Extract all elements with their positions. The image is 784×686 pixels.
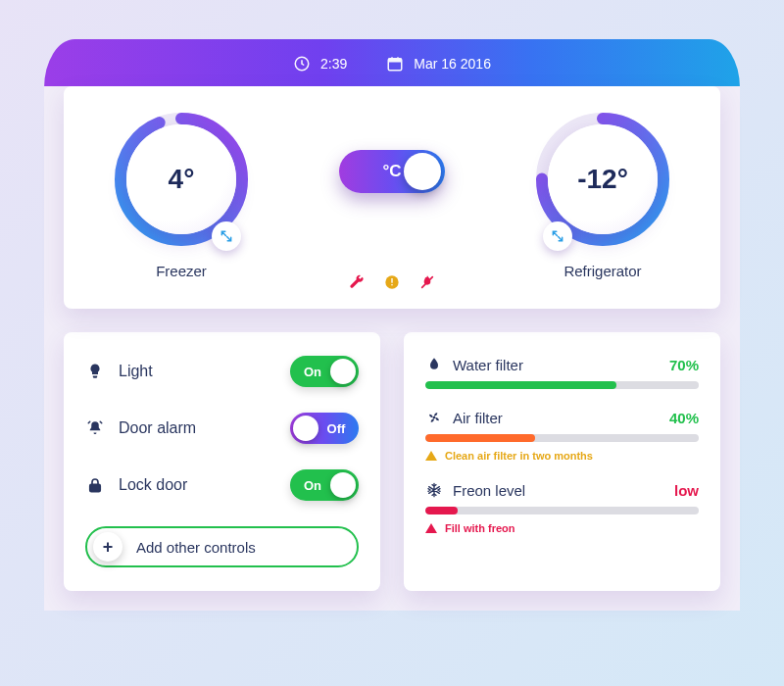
calendar-icon xyxy=(386,55,404,73)
svg-rect-2 xyxy=(389,59,403,63)
toggle-knob xyxy=(330,472,356,498)
control-label: Door alarm xyxy=(119,419,196,437)
refrigerator-gauge: -12° Refrigerator xyxy=(514,106,691,279)
app-window: 2:39 Mar 16 2016 4° xyxy=(44,39,740,611)
control-label: Lock door xyxy=(119,476,187,494)
status-icons xyxy=(348,273,436,291)
controls-panel: LightOnDoor alarmOffLock doorOn+Add othe… xyxy=(64,332,380,591)
refrigerator-temp-value: -12° xyxy=(548,124,658,234)
metric: Air filter40%Clean air filter in two mon… xyxy=(425,409,699,462)
progress-fill xyxy=(425,434,535,442)
clock-icon xyxy=(293,55,311,73)
add-controls-button[interactable]: +Add other controls xyxy=(85,526,359,567)
date-text: Mar 16 2016 xyxy=(414,56,491,72)
clock-time: 2:39 xyxy=(320,56,347,72)
refrigerator-label: Refrigerator xyxy=(514,263,691,279)
metric-label: Freon level xyxy=(453,482,525,499)
control-row: Door alarmOff xyxy=(85,413,359,444)
warning-icon[interactable] xyxy=(383,273,401,291)
control-row: LightOn xyxy=(85,356,359,387)
header-bar: 2:39 Mar 16 2016 xyxy=(44,39,740,88)
toggle-switch[interactable]: Off xyxy=(290,413,359,444)
freezer-dial[interactable]: 4° xyxy=(108,106,255,253)
temperature-card: 4° Freezer °C xyxy=(64,86,720,309)
date-group: Mar 16 2016 xyxy=(386,55,491,73)
flame-off-icon[interactable] xyxy=(418,273,436,291)
lock-icon xyxy=(85,475,105,495)
metric: Freon levellowFill with freon xyxy=(425,481,699,534)
toggle-knob xyxy=(293,416,318,441)
progress-bar xyxy=(425,434,699,442)
control-row: Lock doorOn xyxy=(85,469,359,501)
unit-toggle-knob xyxy=(404,153,441,190)
snowflake-icon xyxy=(425,481,443,499)
control-label-group: Lock door xyxy=(85,475,187,495)
refrigerator-dial[interactable]: -12° xyxy=(529,106,676,253)
toggle-knob xyxy=(330,359,356,384)
metric-value: 40% xyxy=(669,410,699,426)
warning-triangle-icon xyxy=(425,523,437,533)
metric-value: low xyxy=(674,482,699,499)
metric-value: 70% xyxy=(669,357,699,373)
metric-head: Freon levellow xyxy=(425,481,699,499)
toggle-switch[interactable]: On xyxy=(290,356,359,387)
svg-point-14 xyxy=(433,416,436,419)
progress-fill xyxy=(425,381,616,389)
metric-head: Water filter70% xyxy=(425,356,699,373)
progress-bar xyxy=(425,507,699,514)
svg-rect-9 xyxy=(391,284,392,285)
progress-fill xyxy=(425,507,458,514)
metric-head: Air filter40% xyxy=(425,409,699,426)
expand-icon[interactable] xyxy=(212,221,241,251)
plus-icon: + xyxy=(93,532,122,562)
freezer-gauge: 4° Freezer xyxy=(93,106,270,279)
metric-label: Water filter xyxy=(453,357,523,373)
add-controls-label: Add other controls xyxy=(136,539,256,556)
svg-rect-8 xyxy=(391,278,392,283)
control-label: Light xyxy=(119,363,153,380)
control-label-group: Door alarm xyxy=(85,418,196,438)
fan-icon xyxy=(425,409,443,426)
freezer-label: Freezer xyxy=(93,263,270,279)
lightbulb-icon xyxy=(85,362,105,381)
progress-bar xyxy=(425,381,699,389)
alert-text: Clean air filter in two months xyxy=(445,450,593,462)
warning-triangle-icon xyxy=(425,451,437,461)
metrics-panel: Water filter70%Air filter40%Clean air fi… xyxy=(404,332,720,591)
svg-rect-13 xyxy=(90,484,101,492)
droplet-icon xyxy=(425,356,443,373)
wrench-icon[interactable] xyxy=(348,273,366,291)
clock-group: 2:39 xyxy=(293,55,347,73)
metric: Water filter70% xyxy=(425,356,699,389)
alert: Fill with freon xyxy=(425,522,699,534)
freezer-temp-value: 4° xyxy=(126,124,236,234)
alert: Clean air filter in two months xyxy=(425,450,699,462)
toggle-switch[interactable]: On xyxy=(290,469,359,501)
bell-icon xyxy=(85,418,105,438)
body: 4° Freezer °C xyxy=(44,86,740,611)
alert-text: Fill with freon xyxy=(445,522,515,534)
control-label-group: Light xyxy=(85,362,153,381)
unit-toggle[interactable]: °C xyxy=(339,150,445,193)
metric-label: Air filter xyxy=(453,410,503,426)
expand-icon[interactable] xyxy=(543,221,572,251)
